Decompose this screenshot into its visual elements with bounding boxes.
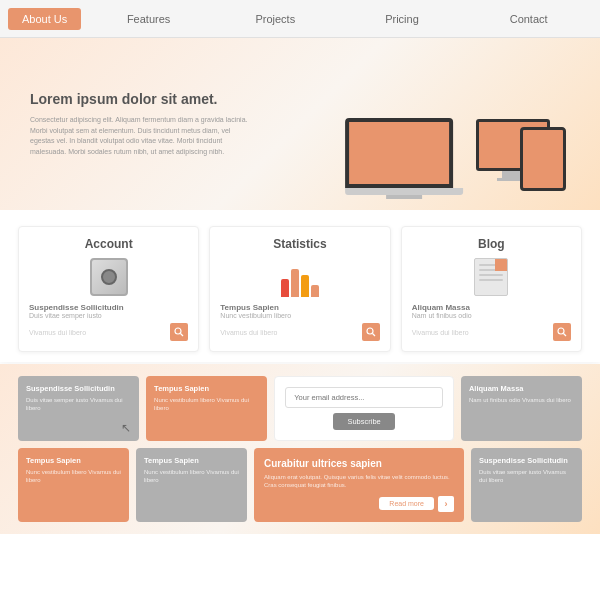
bar-1	[281, 279, 289, 297]
feature-subtitle-statistics: Nunc vestibulum libero	[220, 312, 379, 319]
feature-footer-blog: Vivamus dui libero	[412, 323, 571, 341]
grid-cell-title: Tempus Sapien	[154, 384, 259, 393]
bottom-section: Suspendisse Sollicitudin Duis vitae semp…	[0, 364, 600, 534]
feature-name-statistics: Tempus Sapien	[220, 303, 379, 312]
tablet-device	[520, 127, 566, 191]
feature-link-statistics: Vivamus dui libero	[220, 329, 277, 336]
grid-cell-text: Nunc vestibulum libero Vivamus dui liber…	[154, 396, 259, 413]
email-input[interactable]	[285, 387, 443, 408]
hero-devices	[250, 49, 570, 199]
hero-section: Lorem ipsum dolor sit amet. Consectetur …	[0, 38, 600, 210]
grid-cell-title: Suspendisse Sollicitudin	[479, 456, 574, 465]
navigation: About Us Features Projects Pricing Conta…	[0, 0, 600, 38]
grid-cell-2-2: Tempus Sapien Nunc vestibulum libero Viv…	[136, 448, 247, 522]
bar-3	[301, 275, 309, 297]
nav-item-contact[interactable]: Contact	[465, 13, 592, 25]
feature-card-statistics: Statistics Tempus Sapien Nunc vestibulum…	[209, 226, 390, 352]
book-icon	[474, 258, 508, 296]
grid-cell-2-1: Tempus Sapien Nunc vestibulum libero Viv…	[18, 448, 129, 522]
search-button-statistics[interactable]	[362, 323, 380, 341]
grid-cell-2-4: Suspendisse Sollicitudin Duis vitae semp…	[471, 448, 582, 522]
feature-name-blog: Aliquam Massa	[412, 303, 571, 312]
grid-cell-text: Nam ut finibus odio Vivamus dui libero	[469, 396, 574, 404]
feature-card-account: Account Suspendisse Sollicitudin Duis vi…	[18, 226, 199, 352]
grid-cell-text: Duis vitae semper iusto Vivamus dui libe…	[479, 468, 574, 485]
grid-cell-title: Tempus Sapien	[144, 456, 239, 465]
cursor-icon: ↖	[121, 421, 131, 435]
blog-icon-area	[412, 257, 571, 297]
laptop-stand	[386, 195, 422, 199]
subscribe-button[interactable]: Subscribe	[333, 413, 394, 430]
feature-footer-statistics: Vivamus dui libero	[220, 323, 379, 341]
grid-cell-1-4: Aliquam Massa Nam ut finibus odio Vivamu…	[461, 376, 582, 441]
next-arrow-icon: ›	[438, 496, 454, 512]
nav-item-projects[interactable]: Projects	[212, 13, 339, 25]
subscribe-cell: Subscribe	[274, 376, 454, 441]
nav-item-features[interactable]: Features	[85, 13, 212, 25]
grid-cell-1-1: Suspendisse Sollicitudin Duis vitae semp…	[18, 376, 139, 441]
grid-cell-1-2: Tempus Sapien Nunc vestibulum libero Viv…	[146, 376, 267, 441]
safe-icon	[90, 258, 128, 296]
account-icon-area	[29, 257, 188, 297]
grid-cell-text: Duis vitae semper iusto Vivamus dui libe…	[26, 396, 131, 413]
bar-2	[291, 269, 299, 297]
grid-cell-title: Suspendisse Sollicitudin	[26, 384, 131, 393]
grid-row-2: Tempus Sapien Nunc vestibulum libero Viv…	[18, 448, 582, 522]
feature-title-statistics: Statistics	[220, 237, 379, 251]
cta-title: Curabitur ultrices sapien	[264, 458, 454, 469]
search-button-blog[interactable]	[553, 323, 571, 341]
feature-name-account: Suspendisse Sollicitudin	[29, 303, 188, 312]
feature-title-account: Account	[29, 237, 188, 251]
search-button-account[interactable]	[170, 323, 188, 341]
cta-text: Aliquam erat volutpat. Quisque varius fe…	[264, 473, 454, 490]
feature-subtitle-account: Duis vitae semper iusto	[29, 312, 188, 319]
feature-title-blog: Blog	[412, 237, 571, 251]
search-icon-statistics	[366, 327, 376, 337]
svg-point-4	[558, 328, 564, 334]
hero-description: Consectetur adipiscing elit. Aliquam fer…	[30, 115, 250, 157]
search-icon-blog	[557, 327, 567, 337]
feature-card-blog: Blog Aliquam Massa Nam ut finibus odio V…	[401, 226, 582, 352]
grid-cell-title: Aliquam Massa	[469, 384, 574, 393]
feature-link-blog: Vivamus dui libero	[412, 329, 469, 336]
grid-cell-title: Tempus Sapien	[26, 456, 121, 465]
search-icon-account	[174, 327, 184, 337]
feature-subtitle-blog: Nam ut finibus odio	[412, 312, 571, 319]
feature-footer-account: Vivamus dui libero	[29, 323, 188, 341]
svg-line-5	[563, 334, 566, 337]
grid-cell-text: Nunc vestibulum libero Vivamus dui liber…	[26, 468, 121, 485]
nav-item-pricing[interactable]: Pricing	[339, 13, 466, 25]
features-section: Account Suspendisse Sollicitudin Duis vi…	[0, 210, 600, 362]
hero-title: Lorem ipsum dolor sit amet.	[30, 91, 250, 107]
statistics-icon-area	[220, 257, 379, 297]
feature-link-account: Vivamus dui libero	[29, 329, 86, 336]
svg-point-2	[367, 328, 373, 334]
grid-cell-text: Nunc vestibulum libero Vivamus dui liber…	[144, 468, 239, 485]
svg-line-3	[372, 334, 375, 337]
hero-content: Lorem ipsum dolor sit amet. Consectetur …	[30, 91, 250, 157]
bar-4	[311, 285, 319, 297]
grid-row-1: Suspendisse Sollicitudin Duis vitae semp…	[18, 376, 582, 441]
laptop-screen	[345, 118, 453, 188]
tablet-screen	[520, 127, 566, 191]
laptop-base	[345, 188, 463, 195]
read-more-button[interactable]: Read more	[379, 497, 434, 510]
svg-line-1	[181, 334, 184, 337]
laptop-device	[345, 118, 463, 199]
svg-point-0	[175, 328, 181, 334]
nav-item-about[interactable]: About Us	[8, 8, 81, 30]
cta-cell: Curabitur ultrices sapien Aliquam erat v…	[254, 448, 464, 522]
